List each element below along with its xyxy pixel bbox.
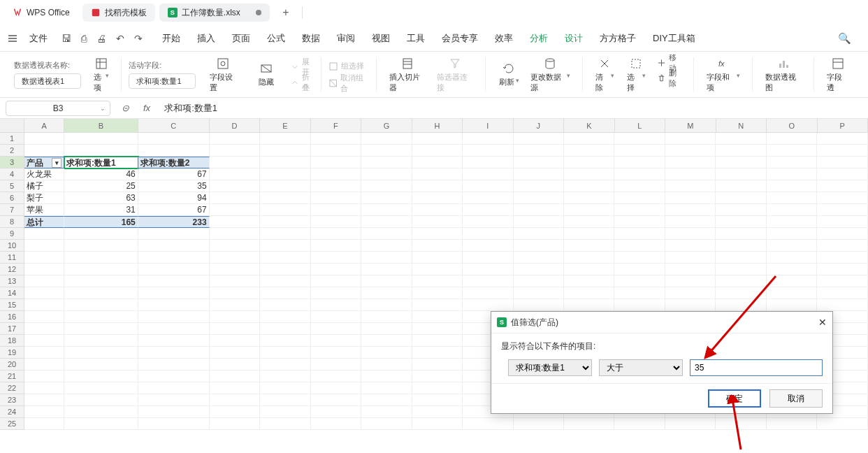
cell[interactable] — [260, 311, 310, 323]
cell[interactable] — [311, 168, 361, 180]
cell[interactable] — [614, 240, 665, 252]
cell[interactable] — [817, 157, 867, 168]
cell[interactable] — [716, 216, 766, 228]
cell[interactable] — [311, 145, 361, 157]
col-header[interactable]: O — [767, 119, 817, 132]
cell[interactable] — [665, 418, 716, 430]
active-field-button[interactable]: 求和项:数量1 — [129, 73, 196, 89]
cell[interactable] — [24, 311, 64, 323]
cell[interactable] — [716, 240, 766, 252]
cell[interactable] — [514, 264, 564, 275]
cell[interactable] — [138, 133, 210, 145]
cell[interactable] — [260, 180, 310, 192]
cell[interactable] — [311, 299, 361, 311]
cell[interactable] — [260, 359, 310, 371]
col-header[interactable]: J — [514, 119, 564, 132]
cell[interactable] — [716, 228, 766, 240]
cell[interactable] — [260, 335, 310, 347]
row-header[interactable]: 24 — [0, 406, 24, 418]
cell[interactable] — [514, 287, 564, 299]
cell[interactable] — [64, 133, 138, 145]
cell[interactable] — [767, 287, 817, 299]
cell[interactable] — [463, 264, 513, 275]
cell[interactable]: 求和项:数量1 — [64, 157, 138, 168]
cell[interactable] — [665, 168, 716, 180]
col-header[interactable]: E — [260, 119, 310, 132]
cell[interactable] — [260, 406, 310, 418]
row-header[interactable]: 14 — [0, 287, 24, 299]
cell[interactable] — [361, 394, 412, 406]
cell[interactable] — [665, 240, 716, 252]
cell[interactable]: 总计 — [24, 216, 64, 228]
cell[interactable] — [24, 371, 64, 382]
cell[interactable] — [64, 418, 138, 430]
cell[interactable] — [817, 240, 867, 252]
cell[interactable] — [817, 228, 867, 240]
cell[interactable] — [210, 323, 260, 335]
cell[interactable] — [210, 133, 260, 145]
cell[interactable] — [260, 264, 310, 275]
cell[interactable] — [361, 287, 412, 299]
row-header[interactable]: 3 — [0, 157, 24, 168]
field-settings-button[interactable]: 字段设置 — [204, 54, 242, 96]
menu-page[interactable]: 页面 — [224, 25, 259, 52]
cell[interactable] — [412, 133, 463, 145]
cell[interactable] — [361, 192, 412, 204]
cell[interactable] — [138, 347, 210, 359]
cell[interactable] — [311, 192, 361, 204]
pivot-options-button[interactable]: 选项▾ — [88, 54, 115, 96]
formula-text[interactable]: 求和项:数量1 — [160, 102, 217, 115]
cell[interactable] — [138, 240, 210, 252]
cell[interactable] — [311, 216, 361, 228]
cell[interactable] — [767, 418, 817, 430]
cell[interactable] — [64, 264, 138, 275]
cell[interactable] — [564, 228, 614, 240]
cell[interactable] — [817, 418, 867, 430]
cell[interactable] — [665, 287, 716, 299]
cell[interactable] — [564, 275, 614, 287]
cell[interactable] — [24, 335, 64, 347]
cell[interactable] — [412, 145, 463, 157]
cell[interactable] — [260, 157, 310, 168]
cell[interactable] — [24, 275, 64, 287]
cell[interactable] — [138, 335, 210, 347]
cell[interactable] — [361, 382, 412, 394]
undo-icon[interactable]: ↶ — [116, 33, 124, 44]
cell[interactable] — [260, 204, 310, 216]
cell[interactable] — [817, 145, 867, 157]
cell[interactable] — [311, 359, 361, 371]
cell[interactable] — [716, 264, 766, 275]
cell[interactable] — [412, 216, 463, 228]
cell[interactable] — [412, 418, 463, 430]
tab-workbook-active[interactable]: S 工作簿数量.xlsx — [159, 3, 270, 22]
cell[interactable] — [665, 216, 716, 228]
cell[interactable] — [210, 371, 260, 382]
cell[interactable] — [614, 180, 665, 192]
change-source-button[interactable]: 更改数据源▾ — [525, 54, 576, 96]
cell[interactable] — [614, 216, 665, 228]
menu-analyze[interactable]: 分析 — [521, 25, 556, 52]
pivot-chart-button[interactable]: 数据透视图 — [760, 54, 807, 96]
cell[interactable] — [817, 180, 867, 192]
cell[interactable] — [24, 299, 64, 311]
select-all-corner[interactable] — [0, 119, 24, 132]
menu-tools[interactable]: 工具 — [398, 25, 433, 52]
cell[interactable] — [311, 264, 361, 275]
cell[interactable] — [412, 264, 463, 275]
cell[interactable] — [564, 180, 614, 192]
cell[interactable]: 67 — [138, 204, 210, 216]
cell[interactable] — [64, 299, 138, 311]
cell[interactable] — [64, 311, 138, 323]
cell[interactable] — [311, 157, 361, 168]
menu-design[interactable]: 设计 — [556, 25, 591, 52]
cell[interactable]: 火龙果 — [24, 168, 64, 180]
cell[interactable] — [412, 287, 463, 299]
cell[interactable] — [210, 240, 260, 252]
cell[interactable] — [514, 240, 564, 252]
cell[interactable]: 31 — [64, 204, 138, 216]
cell[interactable] — [311, 335, 361, 347]
cell[interactable] — [24, 382, 64, 394]
cell[interactable] — [564, 264, 614, 275]
cell[interactable] — [412, 347, 463, 359]
cell[interactable] — [210, 204, 260, 216]
